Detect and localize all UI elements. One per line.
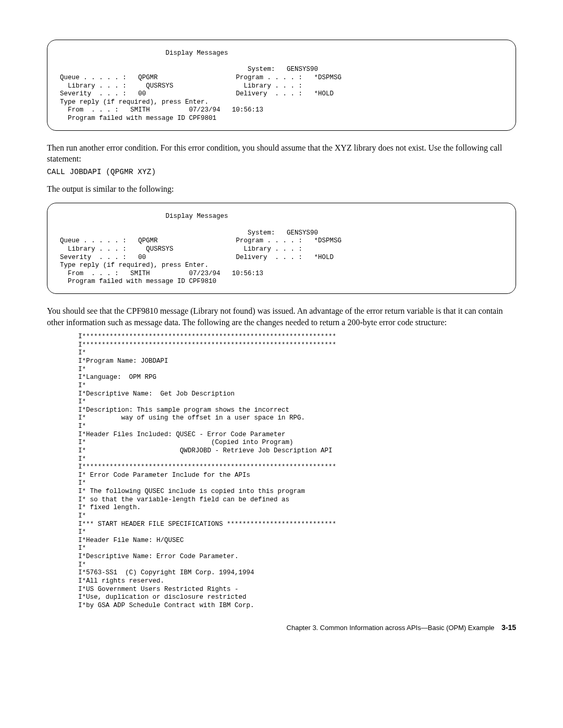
paragraph-3: You should see that the CPF9810 message … (47, 305, 516, 328)
display-messages-screen-1: Display Messages System: GENSYS90 Queue … (47, 40, 516, 131)
display-messages-screen-2: Display Messages System: GENSYS90 Queue … (47, 203, 516, 294)
paragraph-2: The output is similar to the following: (47, 183, 516, 195)
rpg-code-block: I***************************************… (78, 333, 516, 610)
footer-chapter-text: Chapter 3. Common Information across API… (287, 624, 495, 632)
page-footer: Chapter 3. Common Information across API… (47, 623, 516, 632)
call-statement-1: CALL JOBDAPI (QPGMR XYZ) (47, 168, 516, 176)
footer-page-number: 3-15 (501, 623, 516, 632)
paragraph-1: Then run another error condition. For th… (47, 142, 516, 165)
